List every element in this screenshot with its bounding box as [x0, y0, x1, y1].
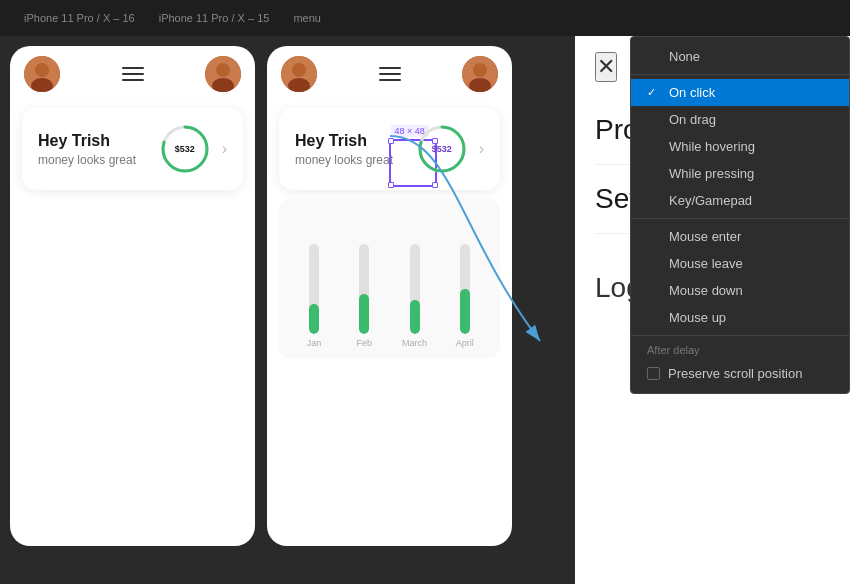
bar-april-track: [460, 244, 470, 334]
phone1-card-title: Hey Trish: [38, 131, 148, 150]
dropdown-keygamepad-label: Key/Gamepad: [669, 193, 752, 208]
check-onclick-icon: ✓: [647, 86, 661, 99]
phone2-hamburger-icon[interactable]: [375, 63, 405, 85]
bar-jan-label: Jan: [307, 338, 322, 348]
dropdown-item-none[interactable]: None: [631, 43, 849, 70]
bar-jan-track: [309, 244, 319, 334]
dropdown-mouseleave-label: Mouse leave: [669, 256, 743, 271]
dropdown-mouseenter-label: Mouse enter: [669, 229, 741, 244]
bar-feb: Feb: [347, 244, 381, 348]
bar-feb-label: Feb: [357, 338, 373, 348]
phone2-card-subtitle: money looks great: [295, 153, 405, 167]
phone2-avatar: [281, 56, 317, 92]
phone1-top-bar: [10, 46, 255, 102]
phone2-chevron-icon: ›: [479, 140, 484, 158]
dropdown-item-mouseup[interactable]: Mouse up: [631, 304, 849, 331]
dropdown-hovering-label: While hovering: [669, 139, 755, 154]
dropdown-mouseup-label: Mouse up: [669, 310, 726, 325]
dropdown-item-ondrag[interactable]: On drag: [631, 106, 849, 133]
bar-feb-track: [359, 244, 369, 334]
svg-point-1: [35, 63, 49, 77]
dropdown-preserve-scroll-row[interactable]: Preserve scroll position: [631, 360, 849, 387]
phone2-card-title: Hey Trish: [295, 131, 405, 150]
svg-point-12: [473, 63, 487, 77]
phone1-card[interactable]: Hey Trish money looks great $532 ›: [22, 108, 243, 190]
dropdown-item-hovering[interactable]: While hovering: [631, 133, 849, 160]
menu-close-button[interactable]: ✕: [595, 52, 617, 82]
bar-april: April: [448, 244, 482, 348]
bar-jan-fill: [309, 304, 319, 334]
phone1-amount-label: $532: [175, 144, 195, 154]
dropdown-item-mouseenter[interactable]: Mouse enter: [631, 223, 849, 250]
dropdown-ondrag-label: On drag: [669, 112, 716, 127]
phone2-circular-progress: $532: [415, 122, 469, 176]
bar-jan: Jan: [297, 244, 331, 348]
dropdown-item-onclick[interactable]: ✓ On click: [631, 79, 849, 106]
dropdown-after-delay-label: After delay: [631, 340, 849, 360]
bar-march: March: [398, 244, 432, 348]
dropdown-mousedown-label: Mouse down: [669, 283, 743, 298]
phone1-avatar-right: [205, 56, 241, 92]
phone2-card[interactable]: Hey Trish money looks great $532 ›: [279, 108, 500, 190]
dropdown-pressing-label: While pressing: [669, 166, 754, 181]
dropdown-divider-2: [631, 218, 849, 219]
bar-april-fill: [460, 289, 470, 334]
bar-march-label: March: [402, 338, 427, 348]
phone1-circular-progress: $532: [158, 122, 212, 176]
phone-frame-1: Hey Trish money looks great $532 ›: [10, 46, 255, 546]
phone1-avatar: [24, 56, 60, 92]
phone2-chart-area: Jan Feb March: [279, 198, 500, 358]
phone1-card-subtitle: money looks great: [38, 153, 148, 167]
chart-bars: Jan Feb March: [291, 238, 488, 348]
svg-point-9: [292, 63, 306, 77]
frame1-label: iPhone 11 Pro / X – 16: [12, 12, 147, 24]
bar-march-fill: [410, 300, 420, 334]
phone-frames-area: Hey Trish money looks great $532 ›: [0, 36, 575, 584]
bar-feb-fill: [359, 294, 369, 334]
bar-april-label: April: [456, 338, 474, 348]
frame3-label: menu: [281, 12, 333, 24]
phone2-top-bar: 48 × 48: [267, 46, 512, 102]
dropdown-item-pressing[interactable]: While pressing: [631, 160, 849, 187]
hamburger-menu-icon[interactable]: [118, 63, 148, 85]
phone-frame-2: 48 × 48: [267, 46, 512, 546]
phone2-avatar-right: [462, 56, 498, 92]
dropdown-item-keygamepad[interactable]: Key/Gamepad: [631, 187, 849, 214]
dropdown-divider-1: [631, 74, 849, 75]
preserve-scroll-label: Preserve scroll position: [668, 366, 802, 381]
phone1-chevron-icon: ›: [222, 140, 227, 158]
dropdown-item-mouseleave[interactable]: Mouse leave: [631, 250, 849, 277]
frames-header: iPhone 11 Pro / X – 16 iPhone 11 Pro / X…: [0, 0, 850, 36]
preserve-scroll-checkbox[interactable]: [647, 367, 660, 380]
dropdown-divider-3: [631, 335, 849, 336]
phone2-amount-label: $532: [432, 144, 452, 154]
phone2-card-text: Hey Trish money looks great: [295, 131, 405, 166]
bar-march-track: [410, 244, 420, 334]
frame2-label: iPhone 11 Pro / X – 15: [147, 12, 282, 24]
dropdown-none-label: None: [669, 49, 700, 64]
dropdown-onclick-label: On click: [669, 85, 715, 100]
dropdown-item-mousedown[interactable]: Mouse down: [631, 277, 849, 304]
dropdown-panel: None ✓ On click On drag While hovering W…: [630, 36, 850, 394]
svg-point-4: [216, 63, 230, 77]
phone1-card-text: Hey Trish money looks great: [38, 131, 148, 166]
